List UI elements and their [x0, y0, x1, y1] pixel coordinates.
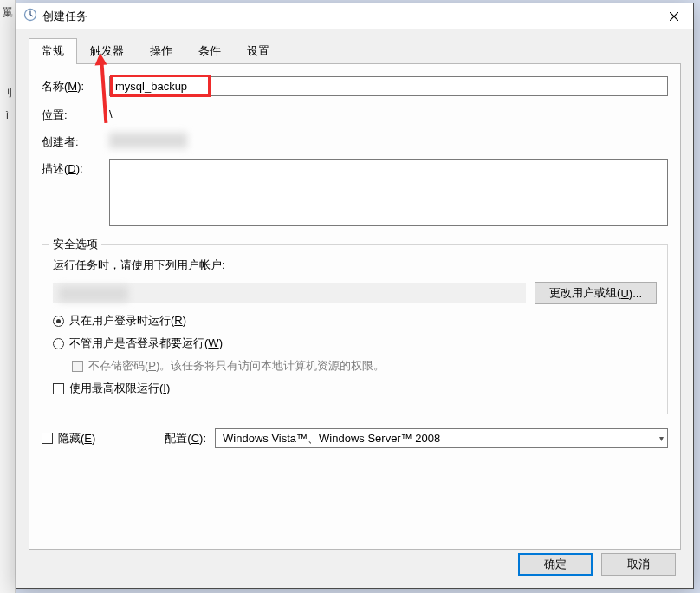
- tab-settings[interactable]: 设置: [234, 38, 282, 64]
- tab-general[interactable]: 常规: [29, 38, 77, 64]
- name-input[interactable]: [109, 76, 668, 96]
- author-label: 创建者:: [42, 132, 109, 150]
- create-task-dialog: 创建任务 常规 触发器 操作 条件 设置 名称(M):: [16, 3, 694, 589]
- tab-bar: 常规 触发器 操作 条件 设置: [29, 38, 681, 64]
- ok-button[interactable]: 确定: [518, 553, 593, 576]
- bg-glyph-2: 刂: [0, 81, 15, 101]
- checkbox-icon: [53, 383, 64, 394]
- checkbox-highest-privileges[interactable]: 使用最高权限运行(I): [53, 381, 657, 396]
- app-icon: [23, 8, 37, 24]
- configure-for-combo[interactable]: Windows Vista™、Windows Server™ 2008 ▾: [215, 428, 668, 448]
- configure-for-label: 配置(C):: [165, 431, 206, 446]
- radio-run-logged-on-label: 只在用户登录时运行(R): [69, 313, 186, 329]
- location-label: 位置:: [42, 105, 109, 123]
- tab-conditions[interactable]: 条件: [185, 38, 234, 64]
- cancel-button[interactable]: 取消: [601, 553, 676, 576]
- security-options-group: 安全选项 运行任务时，请使用下列用户帐户: ██████ 更改用户或组(U)..…: [42, 244, 668, 414]
- checkbox-hidden-label: 隐藏(E): [58, 431, 95, 446]
- close-button[interactable]: [654, 3, 693, 29]
- radio-icon: [53, 316, 64, 327]
- tab-triggers[interactable]: 触发器: [77, 38, 137, 64]
- checkbox-no-save-password-label: 不存储密码(P)。该任务将只有访问本地计算机资源的权限。: [88, 358, 385, 374]
- checkbox-hidden[interactable]: 隐藏(E): [42, 431, 95, 446]
- configure-for-value: Windows Vista™、Windows Server™ 2008: [223, 431, 440, 446]
- security-legend: 安全选项: [49, 237, 101, 252]
- checkbox-icon: [72, 361, 83, 372]
- description-label: 描述(D):: [42, 159, 109, 177]
- name-label: 名称(M):: [42, 76, 109, 94]
- run-as-message: 运行任务时，请使用下列用户帐户:: [53, 257, 657, 273]
- radio-run-any[interactable]: 不管用户是否登录都要运行(W): [53, 336, 657, 351]
- tab-actions[interactable]: 操作: [137, 38, 185, 64]
- window-title: 创建任务: [42, 9, 88, 24]
- radio-run-any-label: 不管用户是否登录都要运行(W): [69, 336, 223, 351]
- checkbox-icon: [42, 433, 53, 444]
- bg-glyph-1: 罺: [0, 0, 15, 20]
- general-panel: 名称(M): 位置: \ 创建者: ██████ 描述(D):: [29, 64, 681, 550]
- bg-glyph-3: ì: [0, 104, 15, 121]
- location-value: \: [109, 105, 668, 121]
- change-user-button[interactable]: 更改用户或组(U)...: [535, 282, 657, 304]
- checkbox-highest-privileges-label: 使用最高权限运行(I): [69, 381, 170, 396]
- radio-icon: [53, 338, 64, 349]
- run-as-account: ██████: [59, 286, 128, 302]
- chevron-down-icon: ▾: [659, 433, 664, 443]
- author-value: ██████: [109, 133, 187, 148]
- description-input[interactable]: [109, 159, 668, 226]
- titlebar: 创建任务: [16, 3, 693, 29]
- radio-run-logged-on[interactable]: 只在用户登录时运行(R): [53, 313, 657, 329]
- checkbox-no-save-password: 不存储密码(P)。该任务将只有访问本地计算机资源的权限。: [72, 358, 657, 374]
